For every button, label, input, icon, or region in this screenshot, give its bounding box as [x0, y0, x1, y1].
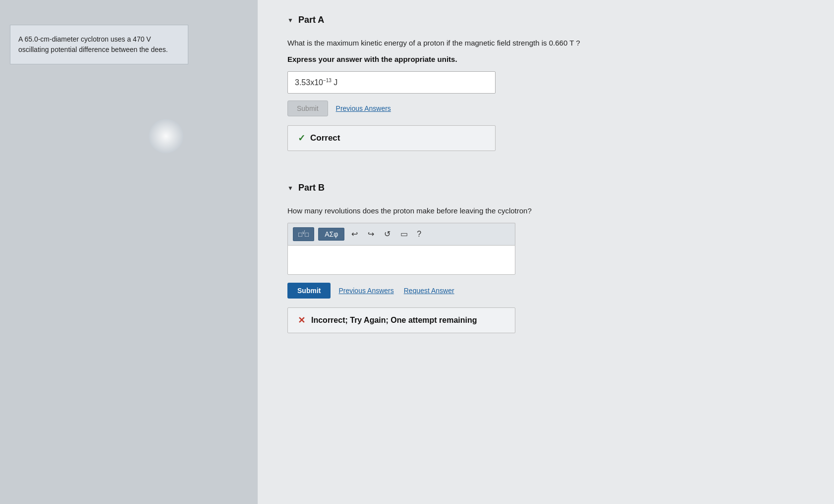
- redo-button[interactable]: ↪: [365, 228, 377, 240]
- part-a-instructions: Express your answer with the appropriate…: [287, 55, 804, 63]
- math-toolbar: □√□ ΑΣφ ↩ ↪ ↺ ▭ ?: [287, 223, 515, 245]
- part-b-incorrect-box: ✕ Incorrect; Try Again; One attempt rema…: [287, 307, 515, 333]
- help-button[interactable]: ?: [415, 229, 423, 240]
- part-b-label: Part B: [298, 183, 325, 193]
- part-b-chevron: ▼: [287, 185, 293, 192]
- problem-line2: oscillating potential difference between…: [18, 46, 168, 53]
- incorrect-label: Incorrect; Try Again; One attempt remain…: [311, 316, 477, 325]
- redo-icon: ↪: [368, 230, 374, 238]
- correct-label: Correct: [310, 133, 340, 143]
- help-icon: ?: [417, 230, 421, 238]
- part-a-content: What is the maximum kinetic energy of a …: [287, 37, 804, 151]
- part-b-actions: Submit Previous Answers Request Answer: [287, 283, 804, 299]
- keyboard-button[interactable]: ▭: [397, 228, 411, 240]
- reset-button[interactable]: ↺: [381, 228, 393, 240]
- math-symbol-icon: □√□: [298, 230, 309, 238]
- part-b-question: How many revolutions does the proton mak…: [287, 205, 804, 217]
- part-b-request-answer-link[interactable]: Request Answer: [404, 287, 454, 295]
- part-b-header[interactable]: ▼ Part B: [287, 183, 804, 193]
- part-a-correct-box: ✓ Correct: [287, 125, 496, 151]
- reset-icon: ↺: [384, 230, 390, 238]
- checkmark-icon: ✓: [298, 133, 305, 144]
- x-icon: ✕: [298, 315, 305, 326]
- problem-line1: A 65.0-cm-diameter cyclotron uses a 470 …: [18, 35, 151, 43]
- part-a-submit-button[interactable]: Submit: [287, 101, 328, 116]
- left-panel: A 65.0-cm-diameter cyclotron uses a 470 …: [0, 0, 258, 504]
- part-b-submit-button[interactable]: Submit: [287, 283, 331, 299]
- part-b-prev-answers-link[interactable]: Previous Answers: [338, 287, 393, 295]
- undo-button[interactable]: ↩: [348, 228, 361, 240]
- greek-symbol-btn[interactable]: ΑΣφ: [318, 228, 344, 241]
- part-a-chevron: ▼: [287, 17, 293, 24]
- part-a-prev-answers-link[interactable]: Previous Answers: [336, 104, 391, 112]
- glow-decoration: [149, 119, 183, 153]
- part-a-actions: Submit Previous Answers: [287, 101, 804, 116]
- greek-symbol-label: ΑΣφ: [325, 230, 338, 238]
- part-a-header[interactable]: ▼ Part A: [287, 15, 804, 25]
- undo-icon: ↩: [351, 230, 358, 238]
- part-a-answer-display: 3.53x10−13 J: [287, 71, 496, 94]
- part-a-label: Part A: [298, 15, 324, 25]
- part-b-math-input[interactable]: [287, 245, 515, 275]
- problem-statement: A 65.0-cm-diameter cyclotron uses a 470 …: [10, 25, 188, 64]
- right-panel: ▼ Part A What is the maximum kinetic ene…: [258, 0, 834, 504]
- part-b-content: How many revolutions does the proton mak…: [287, 205, 804, 333]
- part-a-question: What is the maximum kinetic energy of a …: [287, 37, 804, 49]
- math-symbol-btn[interactable]: □√□: [293, 227, 314, 241]
- keyboard-icon: ▭: [400, 230, 408, 238]
